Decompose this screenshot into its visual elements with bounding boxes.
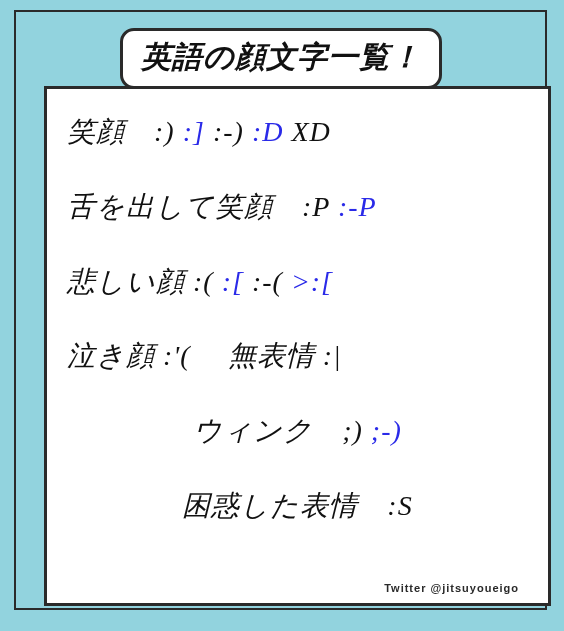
emoticon-token: :'( (163, 340, 191, 371)
emoticon-token: :-( (252, 266, 283, 297)
emoticon-card: 笑顔 :) :] :-) :D XD舌を出して笑顔 :P :-P悲しい顔 :( … (44, 86, 551, 606)
emoticon-token: :| (323, 340, 342, 371)
emoticon-token: :P (302, 191, 330, 222)
page-title: 英語の顔文字一覧！ (120, 28, 442, 89)
emoticon-token: :-P (338, 191, 377, 222)
emoticon-row: 泣き顔 :'( 無表情 :| (67, 341, 528, 372)
emoticon-token (214, 266, 222, 297)
emoticon-token: 舌を出して笑顔 (67, 191, 302, 222)
emoticon-row: 笑顔 :) :] :-) :D XD (67, 117, 528, 148)
emoticon-token (244, 266, 252, 297)
emoticon-token: 泣き顔 (67, 340, 163, 371)
emoticon-token: ウィンク (193, 415, 342, 446)
emoticon-token: 無表情 (191, 340, 323, 371)
emoticon-token (205, 116, 213, 147)
emoticon-row: 困惑した表情 :S (67, 491, 528, 522)
emoticon-token (363, 415, 371, 446)
emoticon-token: :D (252, 116, 284, 147)
emoticon-row: ウィンク ;) ;-) (67, 416, 528, 447)
emoticon-token: 困惑した表情 (182, 490, 387, 521)
rows-container: 笑顔 :) :] :-) :D XD舌を出して笑顔 :P :-P悲しい顔 :( … (67, 117, 528, 522)
emoticon-token: 悲しい顔 (67, 266, 193, 297)
emoticon-token (330, 191, 338, 222)
emoticon-token: :] (183, 116, 205, 147)
emoticon-token: :S (387, 490, 412, 521)
emoticon-token (244, 116, 252, 147)
emoticon-token: :[ (222, 266, 244, 297)
emoticon-token: ;) (342, 415, 363, 446)
emoticon-row: 悲しい顔 :( :[ :-( >:[ (67, 267, 528, 298)
emoticon-token: :-) (213, 116, 244, 147)
emoticon-token (283, 266, 291, 297)
emoticon-token (175, 116, 183, 147)
emoticon-row: 舌を出して笑顔 :P :-P (67, 192, 528, 223)
emoticon-token: :) (154, 116, 175, 147)
emoticon-token: 笑顔 (67, 116, 154, 147)
credit-text: Twitter @jitsuyoueigo (384, 582, 519, 594)
emoticon-token: >:[ (291, 266, 333, 297)
emoticon-token: :( (193, 266, 214, 297)
emoticon-token: XD (291, 116, 330, 147)
emoticon-token: ;-) (371, 415, 402, 446)
outer-frame: 英語の顔文字一覧！ 笑顔 :) :] :-) :D XD舌を出して笑顔 :P :… (14, 10, 547, 610)
